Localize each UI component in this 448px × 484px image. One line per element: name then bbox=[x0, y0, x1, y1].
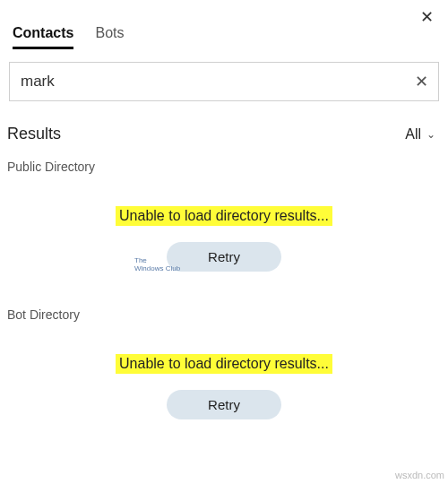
bot-directory-label: Bot Directory bbox=[0, 298, 448, 322]
bot-directory-error: Unable to load directory results... bbox=[0, 322, 448, 374]
site-watermark: wsxdn.com bbox=[395, 470, 444, 480]
search-input[interactable] bbox=[9, 62, 439, 101]
results-filter-dropdown[interactable]: All ⌄ bbox=[405, 126, 435, 143]
public-directory-label: Public Directory bbox=[0, 151, 448, 174]
filter-label: All bbox=[405, 126, 421, 143]
results-title: Results bbox=[7, 125, 61, 143]
bot-retry-row: Retry bbox=[0, 390, 448, 419]
close-icon[interactable]: ✕ bbox=[413, 4, 441, 30]
public-retry-row: Retry The Windows Club bbox=[0, 242, 448, 272]
error-message: Unable to load directory results... bbox=[116, 206, 332, 226]
tab-contacts[interactable]: Contacts bbox=[13, 25, 73, 49]
results-header: Results All ⌄ bbox=[0, 101, 448, 151]
tabs-bar: Contacts Bots bbox=[0, 0, 448, 49]
retry-button[interactable]: Retry bbox=[167, 242, 281, 272]
clear-search-icon[interactable]: ✕ bbox=[411, 68, 432, 95]
tab-bots[interactable]: Bots bbox=[95, 25, 124, 49]
chevron-down-icon: ⌄ bbox=[426, 128, 435, 141]
public-directory-error: Unable to load directory results... bbox=[0, 174, 448, 226]
retry-button[interactable]: Retry bbox=[167, 390, 281, 419]
error-message: Unable to load directory results... bbox=[116, 354, 332, 374]
search-container: ✕ bbox=[9, 62, 439, 101]
